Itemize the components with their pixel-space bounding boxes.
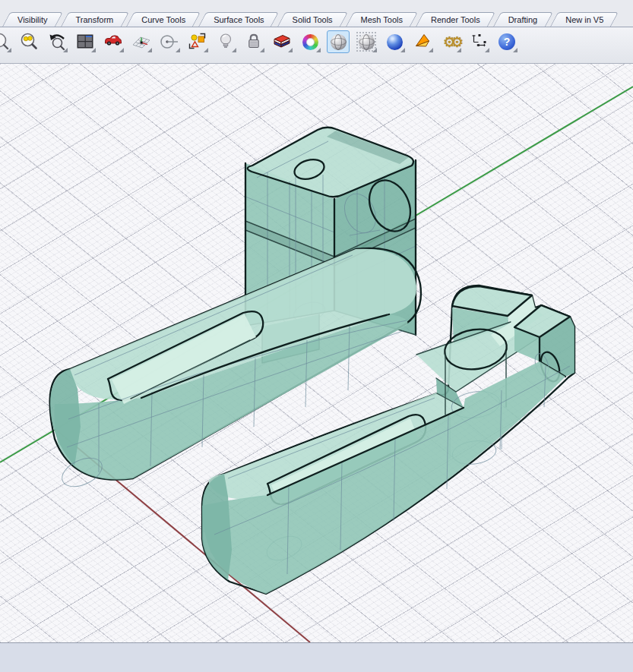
tab-label: Drafting [508, 15, 538, 24]
zoom-selected-icon [19, 32, 39, 52]
render-cone-icon [413, 32, 432, 52]
tab-new-in-v5[interactable]: New in V5 [554, 12, 615, 27]
perspective-viewport[interactable] [0, 64, 633, 642]
named-views-button[interactable] [102, 30, 125, 53]
layers-button[interactable] [271, 30, 293, 53]
set-view-icon [160, 32, 179, 52]
layers-cake-icon [272, 32, 292, 52]
rhino-app-window: Visibility Transform Curve Tools Surface… [0, 0, 633, 672]
standard-toolbar: ⚙⚙ ? [0, 27, 633, 64]
cplanes-button[interactable] [130, 30, 153, 53]
selection-filter-icon [188, 32, 207, 52]
show-objects-button[interactable] [214, 30, 237, 53]
undo-view-icon [47, 32, 67, 52]
selection-filter-button[interactable] [186, 30, 209, 53]
zoom-selected-button[interactable] [17, 30, 40, 53]
set-view-button[interactable] [158, 30, 181, 53]
tab-solid-tools[interactable]: Solid Tools [281, 12, 344, 27]
lock-icon [244, 32, 264, 52]
help-icon: ? [498, 33, 515, 50]
cplanes-icon [131, 32, 151, 52]
options-button[interactable]: ⚙⚙ [439, 30, 462, 53]
light-bulb-icon [216, 32, 236, 52]
tab-label: Solid Tools [293, 15, 333, 24]
tab-label: Visibility [17, 15, 48, 24]
tab-surface-tools[interactable]: Surface Tools [202, 12, 275, 27]
tab-label: Render Tools [431, 15, 480, 24]
viewport-scene [0, 64, 633, 642]
shaded-display-button[interactable] [327, 30, 350, 53]
tab-visibility[interactable]: Visibility [6, 12, 59, 27]
zoom-window-button[interactable] [0, 30, 12, 53]
tab-mesh-tools[interactable]: Mesh Tools [350, 12, 414, 27]
dimension-icon [469, 32, 489, 52]
tab-render-tools[interactable]: Render Tools [419, 12, 492, 27]
color-wheel-icon [302, 34, 318, 50]
tab-label: Curve Tools [141, 15, 185, 24]
rendered-display-button[interactable] [383, 30, 406, 53]
tab-curve-tools[interactable]: Curve Tools [130, 12, 197, 27]
dimension-tools-button[interactable] [467, 30, 490, 53]
undo-view-change-button[interactable] [46, 30, 68, 53]
ghosted-sphere-icon [356, 31, 377, 52]
help-button[interactable]: ? [495, 30, 518, 53]
named-views-icon [103, 32, 123, 52]
lock-objects-button[interactable] [242, 30, 265, 53]
render-button[interactable] [411, 30, 434, 53]
ghosted-display-button[interactable] [355, 30, 378, 53]
tab-label: Transform [76, 15, 114, 24]
viewport-layout-icon [75, 32, 95, 52]
color-wheel-button[interactable] [299, 30, 321, 53]
status-bar [0, 642, 633, 672]
tab-label: Surface Tools [214, 15, 264, 24]
tab-transform[interactable]: Transform [65, 12, 125, 27]
viewport-layout-button[interactable] [74, 30, 97, 53]
shaded-sphere-icon [331, 34, 347, 50]
gears-icon: ⚙⚙ [443, 35, 458, 49]
tab-label: New in V5 [565, 15, 603, 24]
toolbar-tab-bar: Visibility Transform Curve Tools Surface… [0, 0, 633, 27]
tab-label: Mesh Tools [361, 15, 403, 24]
zoom-window-icon [0, 32, 9, 52]
rendered-sphere-icon [387, 34, 403, 50]
tab-drafting[interactable]: Drafting [497, 12, 549, 27]
